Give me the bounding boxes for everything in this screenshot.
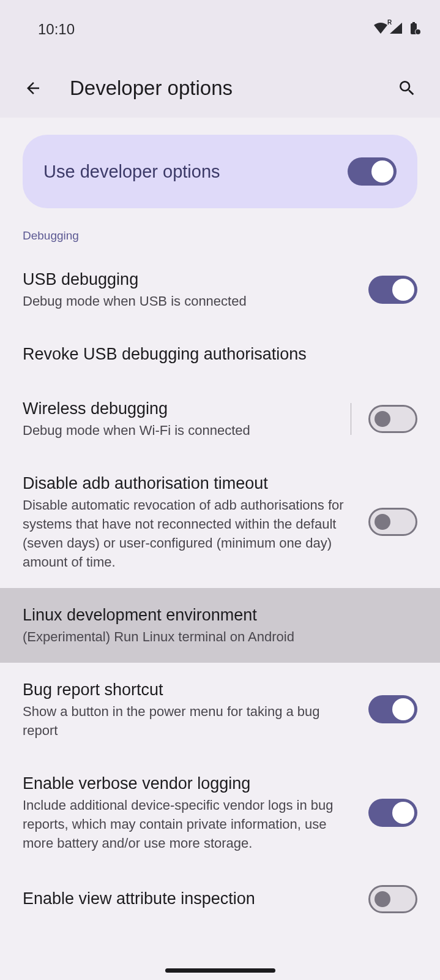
content-area: Use developer options Debugging USB debu…	[0, 118, 440, 980]
setting-title: Linux development environment	[23, 604, 405, 626]
setting-text: USB debuggingDebug mode when USB is conn…	[23, 268, 368, 311]
setting-row-0[interactable]: USB debuggingDebug mode when USB is conn…	[0, 252, 440, 327]
setting-row-1[interactable]: Revoke USB debugging authorisations	[0, 327, 440, 381]
setting-text: Linux development environment(Experiment…	[23, 604, 417, 647]
setting-row-2[interactable]: Wireless debuggingDebug mode when Wi-Fi …	[0, 382, 440, 456]
setting-row-7[interactable]: Enable view attribute inspection	[0, 869, 440, 929]
signal-icon: R	[390, 23, 402, 36]
setting-subtitle: Debug mode when USB is connected	[23, 292, 356, 311]
setting-title: Disable adb authorisation timeout	[23, 472, 356, 494]
setting-toggle-2[interactable]	[368, 405, 417, 433]
search-button[interactable]	[392, 74, 422, 103]
search-icon	[397, 78, 417, 98]
setting-toggle-5[interactable]	[368, 695, 417, 723]
status-bar: 10:10 R	[0, 0, 440, 58]
setting-text: Enable view attribute inspection	[23, 888, 368, 910]
svg-rect-1	[412, 22, 415, 24]
setting-toggle-0[interactable]	[368, 276, 417, 304]
master-toggle-label: Use developer options	[43, 162, 220, 182]
setting-title: USB debugging	[23, 268, 356, 290]
wifi-icon	[374, 23, 387, 36]
setting-row-4[interactable]: Linux development environment(Experiment…	[0, 588, 440, 663]
setting-row-6[interactable]: Enable verbose vendor loggingInclude add…	[0, 756, 440, 869]
setting-title: Enable verbose vendor logging	[23, 772, 356, 794]
setting-text: Revoke USB debugging authorisations	[23, 343, 417, 365]
setting-subtitle: Include additional device-specific vendo…	[23, 796, 356, 853]
setting-toggle-6[interactable]	[368, 799, 417, 827]
arrow-back-icon	[24, 79, 42, 97]
setting-subtitle: Disable automatic revocation of adb auth…	[23, 496, 356, 571]
status-time: 10:10	[38, 21, 75, 38]
section-label-debugging: Debugging	[0, 223, 440, 252]
back-button[interactable]	[18, 74, 48, 103]
setting-row-5[interactable]: Bug report shortcutShow a button in the …	[0, 663, 440, 756]
app-bar: Developer options	[0, 58, 440, 118]
navigation-handle[interactable]	[165, 968, 275, 973]
setting-subtitle: Debug mode when Wi-Fi is connected	[23, 421, 338, 440]
setting-title: Revoke USB debugging authorisations	[23, 343, 405, 365]
setting-title: Bug report shortcut	[23, 679, 356, 701]
setting-row-3[interactable]: Disable adb authorisation timeoutDisable…	[0, 456, 440, 588]
setting-title: Enable view attribute inspection	[23, 888, 356, 910]
setting-text: Bug report shortcutShow a button in the …	[23, 679, 368, 741]
battery-icon	[408, 21, 422, 37]
master-toggle-row[interactable]: Use developer options	[23, 135, 417, 208]
page-title: Developer options	[70, 77, 392, 100]
setting-subtitle: (Experimental) Run Linux terminal on And…	[23, 628, 405, 647]
setting-subtitle: Show a button in the power menu for taki…	[23, 703, 356, 741]
svg-point-3	[416, 29, 420, 34]
status-icons: R	[374, 21, 422, 37]
setting-title: Wireless debugging	[23, 398, 338, 420]
setting-divider	[351, 403, 351, 435]
setting-toggle-3[interactable]	[368, 508, 417, 536]
master-toggle-switch[interactable]	[348, 157, 397, 186]
setting-text: Enable verbose vendor loggingInclude add…	[23, 772, 368, 853]
setting-text: Disable adb authorisation timeoutDisable…	[23, 472, 368, 572]
setting-text: Wireless debuggingDebug mode when Wi-Fi …	[23, 398, 351, 440]
setting-toggle-7[interactable]	[368, 885, 417, 913]
